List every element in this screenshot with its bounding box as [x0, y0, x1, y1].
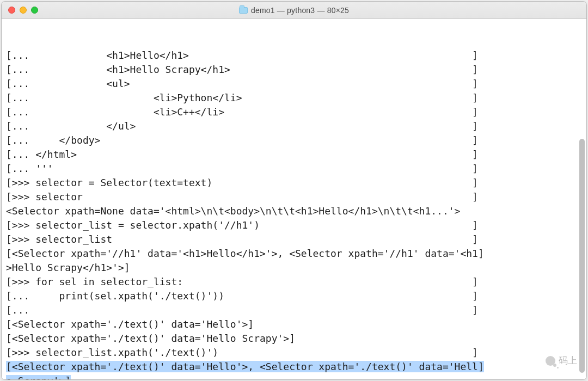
watermark-text: 码上: [559, 354, 577, 367]
scrollbar-thumb[interactable]: [579, 139, 585, 373]
terminal-line: [>>> for sel in selector_list: ]: [6, 275, 581, 289]
terminal-window: demo1 — python3 — 80×25 [... <h1>Hello</…: [1, 1, 587, 380]
traffic-lights: [2, 7, 38, 14]
terminal-line: [<Selector xpath='./text()' data='Hello …: [6, 331, 581, 346]
terminal-line: [... </html> ]: [6, 148, 581, 162]
terminal-line: [>>> selector_list.xpath('./text()') ]: [6, 346, 581, 360]
terminal-line: [>>> selector_list = selector.xpath('//h…: [6, 218, 581, 232]
terminal-line: [... <li>Python</li> ]: [6, 91, 581, 105]
terminal-viewport[interactable]: [... <h1>Hello</h1> ][... <h1>Hello Scra…: [2, 19, 586, 379]
terminal-lines: [... <h1>Hello</h1> ][... <h1>Hello Scra…: [6, 48, 581, 379]
terminal-line: [<Selector xpath='./text()' data='Hello'…: [6, 317, 581, 331]
scrollbar-track[interactable]: [578, 19, 586, 379]
terminal-line: [... ]: [6, 303, 581, 317]
terminal-line: [... </ul> ]: [6, 119, 581, 133]
terminal-line: [... </body> ]: [6, 133, 581, 148]
terminal-line: [<Selector xpath='//h1' data='<h1>Hello<…: [6, 247, 581, 261]
zoom-button[interactable]: [31, 7, 38, 14]
terminal-line: [... print(sel.xpath('./text()')) ]: [6, 289, 581, 303]
terminal-line-highlighted: o Scrapy'>]: [6, 374, 581, 379]
terminal-line: [>>> selector ]: [6, 190, 581, 204]
close-button[interactable]: [8, 7, 15, 14]
terminal-line: [... <h1>Hello Scrapy</h1> ]: [6, 63, 581, 77]
terminal-line: [>>> selector = Selector(text=text) ]: [6, 176, 581, 190]
terminal-line: [>>> selector_list ]: [6, 232, 581, 247]
terminal-line: [... ''' ]: [6, 162, 581, 176]
terminal-line: >Hello Scrapy</h1>'>]: [6, 261, 581, 275]
minimize-button[interactable]: [20, 7, 27, 14]
terminal-line: [... <h1>Hello</h1> ]: [6, 48, 581, 63]
window-title: demo1 — python3 — 80×25: [251, 6, 349, 15]
terminal-line: <Selector xpath=None data='<html>\n\t<bo…: [6, 204, 581, 218]
terminal-line: [... <li>C++</li> ]: [6, 105, 581, 119]
folder-icon: [239, 7, 248, 14]
terminal-line-highlighted: [<Selector xpath='./text()' data='Hello'…: [6, 360, 581, 374]
titlebar[interactable]: demo1 — python3 — 80×25: [2, 2, 586, 19]
terminal-line: [... <ul> ]: [6, 77, 581, 91]
wechat-icon: [546, 356, 555, 366]
watermark: 码上: [546, 354, 577, 367]
